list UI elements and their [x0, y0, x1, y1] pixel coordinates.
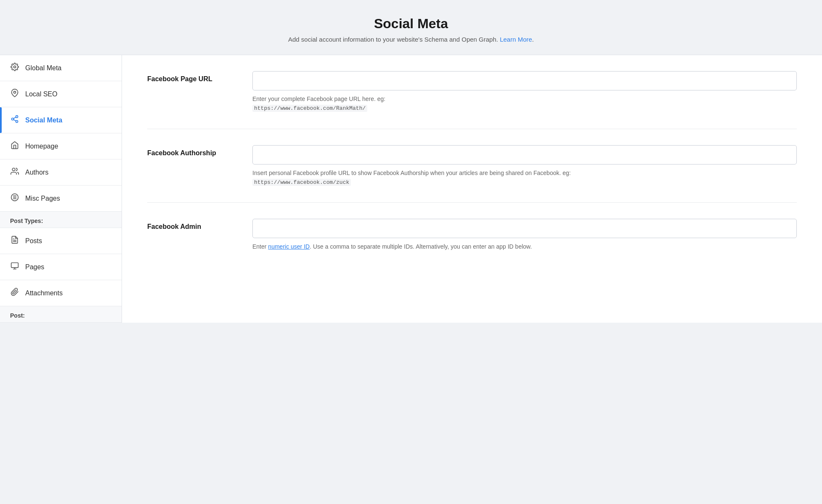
page-header: Social Meta Add social account informati… [0, 0, 822, 55]
sidebar-item-local-seo[interactable]: Local SEO [0, 81, 122, 107]
svg-line-6 [13, 117, 16, 118]
gear-icon [10, 63, 19, 73]
learn-more-link[interactable]: Learn More [500, 36, 532, 43]
form-row-facebook-admin: Facebook Admin Enter numeric user ID. Us… [147, 219, 797, 251]
main-content: Facebook Page URL Enter your complete Fa… [122, 55, 822, 323]
sidebar-item-global-meta[interactable]: Global Meta [0, 55, 122, 81]
location-icon [10, 89, 19, 99]
sidebar-label-global-meta: Global Meta [25, 64, 61, 72]
sidebar-item-pages[interactable]: Pages [0, 254, 122, 280]
sidebar-item-authors[interactable]: Authors [0, 159, 122, 186]
page-description: Add social account information to your w… [8, 36, 814, 43]
sidebar: Global Meta Local SEO [0, 55, 122, 323]
svg-point-0 [14, 66, 16, 68]
svg-point-7 [12, 168, 15, 171]
field-facebook-authorship: Insert personal Facebook profile URL to … [252, 145, 797, 187]
field-facebook-page-url: Enter your complete Facebook page URL he… [252, 71, 797, 113]
sidebar-label-authors: Authors [25, 169, 48, 176]
sidebar-label-posts: Posts [25, 237, 42, 245]
posts-icon [10, 236, 19, 246]
svg-point-1 [14, 91, 16, 93]
form-section-facebook-authorship: Facebook Authorship Insert personal Face… [147, 129, 797, 203]
sidebar-label-misc-pages: Misc Pages [25, 195, 60, 202]
sidebar-label-local-seo: Local SEO [25, 90, 57, 98]
sidebar-item-posts[interactable]: Posts [0, 228, 122, 254]
content-area: Global Meta Local SEO [0, 55, 822, 323]
hint-facebook-admin: Enter numeric user ID. Use a comma to se… [252, 242, 797, 251]
home-icon [10, 141, 19, 151]
label-facebook-authorship: Facebook Authorship [147, 145, 240, 157]
pages-icon [10, 262, 19, 272]
misc-icon [10, 193, 19, 204]
sidebar-label-attachments: Attachments [25, 289, 63, 297]
input-facebook-authorship[interactable] [252, 145, 797, 164]
sidebar-label-homepage: Homepage [25, 143, 58, 150]
page-wrapper: Social Meta Add social account informati… [0, 0, 822, 504]
authors-icon [10, 167, 19, 178]
sidebar-label-pages: Pages [25, 263, 44, 271]
page-title: Social Meta [8, 16, 814, 32]
form-row-facebook-authorship: Facebook Authorship Insert personal Face… [147, 145, 797, 187]
form-row-facebook-page-url: Facebook Page URL Enter your complete Fa… [147, 71, 797, 113]
sidebar-item-social-meta[interactable]: Social Meta [0, 107, 122, 133]
field-facebook-admin: Enter numeric user ID. Use a comma to se… [252, 219, 797, 251]
post-types-label: Post Types: [0, 212, 122, 228]
numeric-user-id-link[interactable]: numeric user ID [268, 243, 310, 250]
input-facebook-page-url[interactable] [252, 71, 797, 90]
social-icon [10, 115, 19, 125]
form-section-facebook-admin: Facebook Admin Enter numeric user ID. Us… [147, 203, 797, 267]
sidebar-item-homepage[interactable]: Homepage [0, 133, 122, 159]
svg-rect-14 [11, 263, 19, 268]
svg-line-5 [13, 119, 16, 121]
sidebar-label-social-meta: Social Meta [25, 117, 62, 124]
attachments-icon [10, 288, 19, 298]
post-label: Post: [0, 306, 122, 323]
form-section-facebook-page-url: Facebook Page URL Enter your complete Fa… [147, 55, 797, 129]
sidebar-item-misc-pages[interactable]: Misc Pages [0, 186, 122, 212]
label-facebook-admin: Facebook Admin [147, 219, 240, 231]
input-facebook-admin[interactable] [252, 219, 797, 238]
label-facebook-page-url: Facebook Page URL [147, 71, 240, 83]
sidebar-item-attachments[interactable]: Attachments [0, 280, 122, 306]
hint-facebook-page-url: Enter your complete Facebook page URL he… [252, 95, 797, 113]
hint-facebook-authorship: Insert personal Facebook profile URL to … [252, 169, 797, 187]
